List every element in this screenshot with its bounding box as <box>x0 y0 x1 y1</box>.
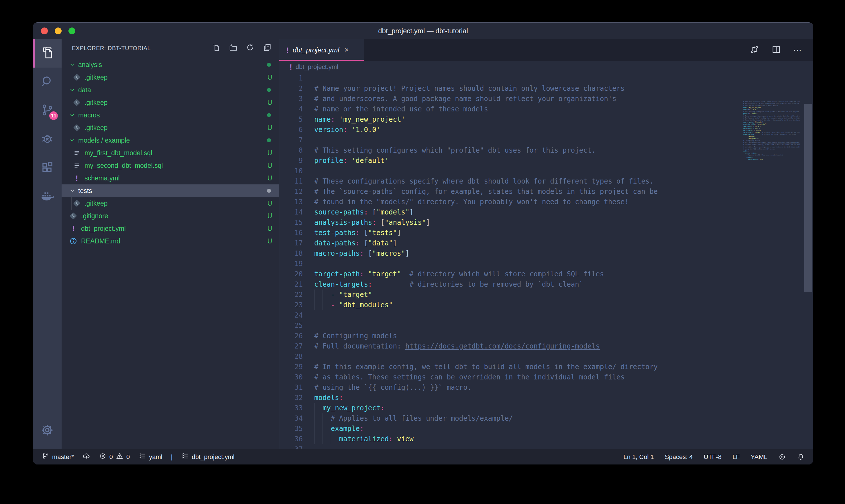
activity-docker[interactable] <box>33 182 61 211</box>
code-line-16[interactable]: 16test-paths: ["tests"] <box>279 228 813 238</box>
minimap[interactable]: # Name your project! Project names shoul… <box>743 101 800 272</box>
tree-item-label: README.md <box>81 237 120 245</box>
code-line-33[interactable]: 33 my_new_project: <box>279 403 813 413</box>
code-line-17[interactable]: 17data-paths: ["data"] <box>279 238 813 248</box>
git-untracked-badge: U <box>267 200 272 207</box>
settings-gear-button[interactable] <box>33 416 61 445</box>
tree-folder-analysis[interactable]: analysis <box>61 58 279 71</box>
refresh-icon[interactable] <box>246 43 255 53</box>
breadcrumb[interactable]: ! dbt_project.yml <box>279 61 813 73</box>
gear-icon <box>40 423 54 438</box>
tree-folder-macros[interactable]: macros <box>61 109 279 122</box>
code-line-30[interactable]: 30# as tables. These settings can be ove… <box>279 372 813 382</box>
activity-explorer[interactable] <box>33 39 61 68</box>
tree-file-schema-yml[interactable]: !schema.ymlU <box>61 172 279 184</box>
indent-guide <box>331 434 331 444</box>
git-branch-status[interactable]: master* <box>41 452 74 462</box>
activity-extensions[interactable] <box>33 154 61 182</box>
code-line-5[interactable]: 5name: 'my_new_project' <box>279 114 813 125</box>
code-line-36[interactable]: 36 materialized: view <box>279 434 813 444</box>
activity-source-control[interactable]: 11 <box>33 96 61 125</box>
minimize-window-button[interactable] <box>55 28 61 34</box>
eol-setting[interactable]: LF <box>733 453 740 461</box>
code-line-25[interactable]: 25 <box>279 321 813 331</box>
problems-status[interactable]: 0 0 <box>99 452 130 462</box>
indentation-setting[interactable]: Spaces: 4 <box>665 453 693 461</box>
code-line-34[interactable]: 34 # Applies to all files under models/e… <box>279 413 813 424</box>
code-line-22[interactable]: 22 - "target" <box>279 289 813 300</box>
code-line-1[interactable]: 1 <box>279 73 813 83</box>
tab-close-icon[interactable]: × <box>344 46 348 54</box>
notifications-bell-icon[interactable] <box>797 453 805 461</box>
collapse-all-icon[interactable] <box>263 43 272 53</box>
code-line-11[interactable]: 11# These configurations specify where d… <box>279 176 813 186</box>
language-mode[interactable]: YAML <box>751 453 767 461</box>
new-file-icon[interactable] <box>212 43 221 53</box>
tree-file-my-first-dbt-model-sql[interactable]: my_first_dbt_model.sqlU <box>61 147 279 159</box>
activity-search[interactable] <box>33 68 61 96</box>
files-icon <box>40 46 54 61</box>
code-line-32[interactable]: 32models: <box>279 393 813 403</box>
tree-file--gitkeep[interactable]: .gitkeepU <box>61 197 279 210</box>
tree-file-readme-md[interactable]: README.mdU <box>61 235 279 248</box>
line-number: 30 <box>279 372 314 382</box>
split-editor-icon[interactable] <box>771 45 781 56</box>
code-line-8[interactable]: 8# This setting configures which "profil… <box>279 145 813 156</box>
code-line-15[interactable]: 15analysis-paths: ["analysis"] <box>279 217 813 228</box>
tree-folder-tests[interactable]: tests <box>61 184 279 197</box>
zoom-window-button[interactable] <box>69 28 75 34</box>
yaml-schema-status[interactable]: yaml <box>138 452 162 462</box>
code-line-7[interactable]: 7 <box>279 135 813 145</box>
tree-file--gitkeep[interactable]: .gitkeepU <box>61 96 279 109</box>
code-line-20[interactable]: 20target-path: "target" # directory whic… <box>279 269 813 279</box>
encoding-setting[interactable]: UTF-8 <box>704 453 721 461</box>
code-line-18[interactable]: 18macro-paths: ["macros"] <box>279 248 813 258</box>
info-file-icon <box>69 237 78 246</box>
sql-file-icon <box>72 149 81 157</box>
code-line-27[interactable]: 27# Full documentation: https://docs.get… <box>279 341 813 352</box>
code-line-29[interactable]: 29# In this example config, we tell dbt … <box>279 362 813 372</box>
tree-file--gitignore[interactable]: .gitignoreU <box>61 210 279 222</box>
code-editor[interactable]: 12# Name your project! Project names sho… <box>279 73 813 449</box>
code-line-2[interactable]: 2# Name your project! Project names shou… <box>279 83 813 94</box>
more-actions-icon[interactable]: ⋯ <box>793 45 802 55</box>
tree-folder-data[interactable]: data <box>61 84 279 96</box>
code-line-9[interactable]: 9profile: 'default' <box>279 156 813 166</box>
status-separator: | <box>171 453 173 461</box>
code-line-10[interactable]: 10 <box>279 166 813 176</box>
tree-folder-models-example[interactable]: models / example <box>61 134 279 147</box>
code-line-6[interactable]: 6version: '1.0.0' <box>279 125 813 135</box>
code-line-26[interactable]: 26# Configuring models <box>279 331 813 341</box>
tree-file--gitkeep[interactable]: .gitkeepU <box>61 71 279 84</box>
new-folder-icon[interactable] <box>229 43 238 53</box>
code-line-28[interactable]: 28 <box>279 352 813 362</box>
code-line-19[interactable]: 19 <box>279 258 813 269</box>
tree-file--gitkeep[interactable]: .gitkeepU <box>61 122 279 134</box>
publish-changes-button[interactable] <box>83 452 90 462</box>
code-line-35[interactable]: 35 example: <box>279 424 813 434</box>
tab-bar: ! dbt_project.yml × <box>279 39 813 61</box>
line-number: 26 <box>279 331 314 341</box>
code-line-4[interactable]: 4# name or the intended use of these mod… <box>279 104 813 114</box>
cursor-position[interactable]: Ln 1, Col 1 <box>623 453 654 461</box>
code-line-24[interactable]: 24 <box>279 310 813 321</box>
code-line-3[interactable]: 3# and underscores. A good package name … <box>279 94 813 104</box>
code-line-21[interactable]: 21clean-targets: # directories to be rem… <box>279 279 813 289</box>
editor-scrollbar[interactable] <box>804 104 812 292</box>
code-line-13[interactable]: 13# found in the "models/" directory. Yo… <box>279 197 813 207</box>
tree-file-my-second-dbt-model-sql[interactable]: my_second_dbt_model.sqlU <box>61 159 279 172</box>
code-line-14[interactable]: 14source-paths: ["models"] <box>279 207 813 217</box>
close-window-button[interactable] <box>41 28 48 34</box>
yaml-file-status[interactable]: dbt_project.yml <box>181 452 234 462</box>
code-line-31[interactable]: 31# using the `{{ config(...) }}` macro. <box>279 382 813 393</box>
tab-dbt-project-yml[interactable]: ! dbt_project.yml × <box>279 39 364 61</box>
activity-debug[interactable] <box>33 125 61 154</box>
code-line-12[interactable]: 12# The `source-paths` config, for examp… <box>279 186 813 197</box>
tree-file-dbt-project-yml[interactable]: !dbt_project.ymlU <box>61 222 279 235</box>
feedback-smiley-icon[interactable] <box>778 453 786 461</box>
code-line-37[interactable]: 37 <box>279 444 813 449</box>
title-bar: dbt_project.yml — dbt-tutorial <box>33 23 813 39</box>
code-line-23[interactable]: 23 - "dbt_modules" <box>279 300 813 310</box>
tree-indent-guide <box>71 197 72 210</box>
open-changes-icon[interactable] <box>750 45 759 56</box>
